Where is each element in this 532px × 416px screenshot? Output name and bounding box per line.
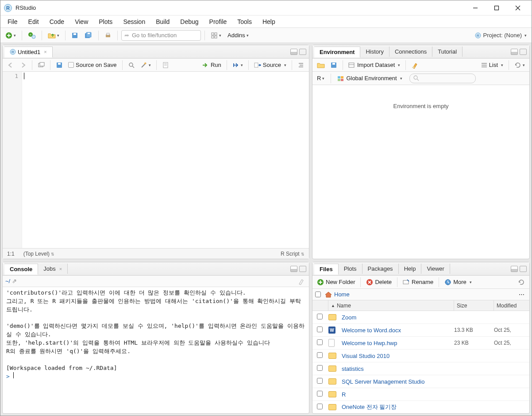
save-button[interactable] (69, 30, 81, 41)
browse-path-button[interactable]: ⋯ (516, 289, 527, 300)
file-type-indicator[interactable]: R Script ⇅ (281, 251, 305, 257)
file-row[interactable]: WWelcome to Word.docx13.3 KBOct 25, (312, 324, 529, 337)
file-row[interactable]: OneNote 전자 필기장 (312, 401, 529, 413)
import-dataset-button[interactable]: Import Dataset (347, 60, 402, 70)
source-script-button[interactable]: Source (252, 60, 288, 70)
open-file-button[interactable] (46, 30, 62, 41)
clear-console-button[interactable] (296, 276, 306, 287)
list-view-button[interactable]: List (479, 60, 505, 70)
tab-tutorial[interactable]: Tutorial (432, 47, 463, 57)
file-row[interactable]: SQL Server Management Studio (312, 375, 529, 388)
tab-files[interactable]: Files (314, 264, 339, 275)
file-checkbox[interactable] (317, 365, 323, 371)
tab-console[interactable]: Console (4, 264, 38, 275)
run-button[interactable]: Run (200, 60, 223, 70)
load-workspace-button[interactable] (315, 60, 327, 70)
save-source-button[interactable] (54, 60, 65, 70)
scope-indicator[interactable]: (Top Level) ⇅ (23, 251, 55, 257)
refresh-files-button[interactable] (516, 277, 527, 288)
file-row[interactable]: R (312, 388, 529, 401)
tab-viewer[interactable]: Viewer (421, 264, 450, 274)
clear-workspace-button[interactable] (409, 60, 420, 70)
file-checkbox[interactable] (317, 314, 323, 319)
tab-packages[interactable]: Packages (362, 264, 399, 274)
close-tab-icon[interactable]: × (44, 49, 46, 54)
menu-file[interactable]: File (3, 17, 22, 27)
menu-profile[interactable]: Profile (205, 17, 231, 27)
home-link[interactable]: Home (334, 291, 350, 298)
code-editor[interactable]: 1 (3, 72, 309, 248)
rerun-button[interactable] (231, 60, 245, 70)
grid-view-button[interactable] (208, 30, 224, 41)
col-modified[interactable]: Modified (494, 300, 529, 311)
nav-back-button[interactable] (5, 60, 16, 70)
file-row[interactable]: statistics (312, 362, 529, 375)
new-project-button[interactable]: + (26, 30, 38, 41)
file-name[interactable]: Zoom (342, 314, 454, 321)
menu-edit[interactable]: Edit (24, 17, 43, 27)
menu-code[interactable]: Code (45, 17, 69, 27)
maximize-pane-icon[interactable] (520, 49, 527, 55)
delete-button[interactable]: Delete (364, 277, 393, 288)
maximize-pane-icon[interactable] (299, 49, 306, 55)
minimize-pane-icon[interactable] (290, 49, 297, 55)
project-menu[interactable]: R Project: (None) ▾ (472, 30, 529, 41)
select-all-checkbox[interactable] (315, 292, 321, 297)
minimize-button[interactable] (465, 1, 486, 15)
file-name[interactable]: Welcome to Hwp.hwp (342, 340, 454, 346)
addins-button[interactable]: Addins (225, 30, 251, 41)
tab-history[interactable]: History (360, 47, 389, 57)
tab-connections[interactable]: Connections (389, 47, 432, 57)
nav-forward-button[interactable] (18, 60, 28, 70)
console-output[interactable]: 'contributors()'라고 입력하시면 이에 대한 더 많은 정보를 … (3, 287, 309, 413)
file-checkbox[interactable] (317, 352, 323, 358)
file-name[interactable]: Welcome to Word.docx (342, 327, 454, 334)
home-icon[interactable] (324, 291, 332, 298)
tab-help[interactable]: Help (399, 264, 422, 274)
file-row[interactable]: Visual Studio 2010 (312, 350, 529, 362)
file-name[interactable]: OneNote 전자 필기장 (342, 403, 454, 411)
close-tab-icon[interactable]: × (59, 266, 62, 272)
refresh-env-button[interactable] (513, 60, 527, 70)
print-button[interactable] (102, 30, 114, 41)
file-checkbox[interactable] (317, 404, 323, 409)
rename-button[interactable]: Rename (401, 277, 435, 288)
tab-plots[interactable]: Plots (339, 264, 362, 274)
wand-button[interactable] (139, 60, 153, 70)
maximize-pane-icon[interactable] (299, 266, 306, 272)
save-workspace-button[interactable] (328, 60, 339, 70)
menu-session[interactable]: Session (119, 17, 150, 27)
col-name[interactable]: ▲ Name (328, 300, 454, 311)
menu-help[interactable]: Help (258, 17, 280, 27)
goto-file-input[interactable]: ➦ Go to file/function (121, 30, 201, 41)
maximize-button[interactable] (486, 1, 507, 15)
minimize-pane-icon[interactable] (290, 266, 297, 272)
file-checkbox[interactable] (317, 391, 323, 397)
minimize-pane-icon[interactable] (511, 266, 518, 272)
notebook-button[interactable] (160, 60, 171, 70)
menu-plots[interactable]: Plots (94, 17, 117, 27)
global-env-button[interactable]: Global Environment (335, 73, 404, 84)
file-checkbox[interactable] (317, 378, 323, 384)
menu-build[interactable]: Build (151, 17, 174, 27)
outline-button[interactable] (296, 60, 306, 70)
menu-debug[interactable]: Debug (176, 17, 203, 27)
menu-tools[interactable]: Tools (233, 17, 256, 27)
file-row[interactable]: Zoom (312, 311, 529, 324)
close-button[interactable] (508, 1, 528, 15)
env-search-input[interactable] (409, 74, 476, 83)
maximize-pane-icon[interactable] (520, 266, 527, 272)
file-name[interactable]: statistics (342, 365, 454, 372)
save-all-button[interactable] (82, 30, 95, 41)
tab-environment[interactable]: Environment (314, 47, 360, 58)
more-button[interactable]: More (443, 277, 474, 288)
new-file-button[interactable] (3, 30, 18, 41)
tab-jobs[interactable]: Jobs× (38, 264, 68, 274)
new-folder-button[interactable]: New Folder (315, 277, 357, 288)
file-name[interactable]: R (342, 391, 454, 398)
find-button[interactable] (126, 60, 137, 70)
file-checkbox[interactable] (317, 327, 323, 332)
file-name[interactable]: SQL Server Management Studio (342, 378, 454, 385)
file-name[interactable]: Visual Studio 2010 (342, 353, 454, 359)
menu-view[interactable]: View (70, 17, 93, 27)
